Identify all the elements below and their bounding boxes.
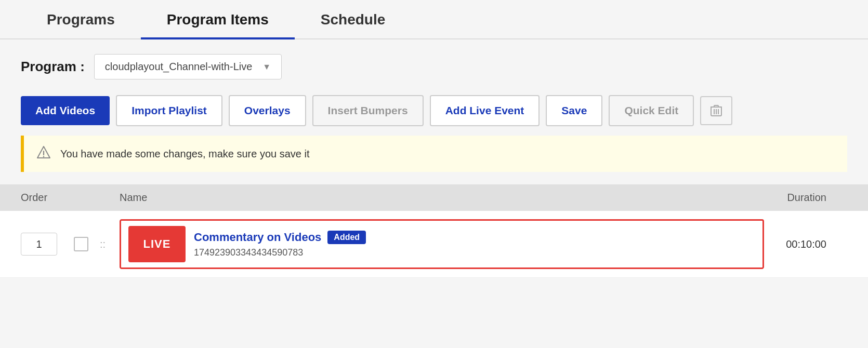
tab-programs[interactable]: Programs xyxy=(21,0,141,39)
col-header-name: Name xyxy=(120,192,764,204)
added-badge: Added xyxy=(327,231,366,244)
insert-bumpers-button[interactable]: Insert Bumpers xyxy=(312,95,424,126)
tab-schedule[interactable]: Schedule xyxy=(295,0,411,39)
tabs-bar: Programs Program Items Schedule xyxy=(0,0,868,39)
add-videos-button[interactable]: Add Videos xyxy=(21,96,110,125)
table-row: 1 :: LIVE Commentary on Videos Added 174… xyxy=(0,211,868,278)
overlays-button[interactable]: Overlays xyxy=(229,95,306,126)
row-checkbox-cell xyxy=(68,237,94,251)
name-cell: LIVE Commentary on Videos Added 17492390… xyxy=(120,219,764,269)
order-box: 1 xyxy=(21,233,57,256)
order-cell: 1 xyxy=(21,233,68,256)
row-highlight: LIVE Commentary on Videos Added 17492390… xyxy=(120,219,764,269)
tab-program-items[interactable]: Program Items xyxy=(141,0,295,39)
warning-icon xyxy=(36,145,51,163)
trash-icon xyxy=(711,104,722,117)
add-live-event-button[interactable]: Add Live Event xyxy=(430,95,540,126)
item-title: Commentary on Videos xyxy=(194,231,321,244)
save-button[interactable]: Save xyxy=(546,95,602,126)
live-badge-thumbnail: LIVE xyxy=(128,226,186,262)
delete-button[interactable] xyxy=(700,96,732,125)
item-info: Commentary on Videos Added 1749239033434… xyxy=(194,231,366,258)
row-drag-cell: :: xyxy=(94,238,120,250)
duration-cell: 00:10:00 xyxy=(764,238,847,250)
actions-row: Add Videos Import Playlist Overlays Inse… xyxy=(0,90,868,131)
table-header: Order Name Duration xyxy=(0,184,868,211)
program-row: Program : cloudplayout_Channel-with-Live… xyxy=(0,39,868,90)
table-wrap: Order Name Duration 1 :: LIVE Commentary… xyxy=(0,184,868,278)
row-checkbox[interactable] xyxy=(74,237,88,251)
chevron-down-icon: ▼ xyxy=(262,62,271,72)
program-label: Program : xyxy=(21,59,85,75)
import-playlist-button[interactable]: Import Playlist xyxy=(116,95,222,126)
item-id: 174923903343434590783 xyxy=(194,247,366,258)
warning-message: You have made some changes, make sure yo… xyxy=(60,148,310,160)
program-select[interactable]: cloudplayout_Channel-with-Live ▼ xyxy=(94,54,282,79)
quick-edit-button[interactable]: Quick Edit xyxy=(609,95,694,126)
col-header-order: Order xyxy=(21,192,68,204)
drag-handle-icon[interactable]: :: xyxy=(100,238,106,250)
item-title-row: Commentary on Videos Added xyxy=(194,231,366,244)
svg-point-6 xyxy=(43,156,44,157)
warning-banner: You have made some changes, make sure yo… xyxy=(21,136,847,172)
program-select-value: cloudplayout_Channel-with-Live xyxy=(105,61,253,73)
col-header-duration: Duration xyxy=(764,192,847,204)
